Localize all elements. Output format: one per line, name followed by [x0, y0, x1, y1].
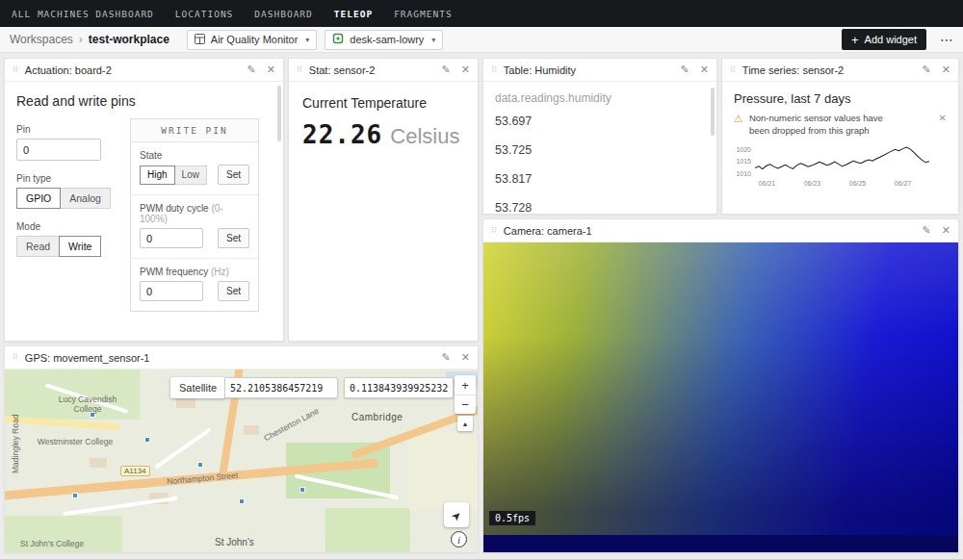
add-widget-label: Add widget — [865, 34, 917, 45]
satellite-toggle-button[interactable]: Satellite — [170, 377, 225, 398]
zoom-in-button[interactable]: + — [455, 375, 476, 395]
stat-value: 22.26 — [302, 120, 382, 149]
x-tick: 06/25 — [849, 180, 867, 187]
more-options-button[interactable]: ⋯ — [940, 32, 953, 47]
map-label: Northampton Street — [167, 471, 239, 486]
scrollbar[interactable] — [711, 88, 715, 136]
edit-widget-button[interactable]: ✎ — [442, 64, 451, 75]
pwm-duty-input[interactable] — [140, 228, 203, 248]
map-label: Madingley Road — [11, 415, 20, 473]
map-label: St John's — [215, 537, 254, 547]
edit-widget-button[interactable]: ✎ — [923, 64, 931, 75]
map-label: Chesterton Lane — [262, 406, 320, 443]
close-widget-button[interactable]: ✕ — [461, 352, 470, 363]
dismiss-warning-button[interactable]: ✕ — [939, 113, 947, 123]
nav-fragments[interactable]: FRAGMENTS — [394, 9, 452, 19]
y-tick: 1015 — [736, 158, 751, 165]
drag-handle-icon[interactable]: ⠿ — [491, 65, 497, 74]
stat-heading: Current Temperature — [302, 95, 464, 111]
map-label: Cambridge — [351, 412, 403, 422]
close-widget-button[interactable]: ✕ — [942, 225, 950, 236]
map-canvas[interactable]: Madingley Road Lucy Cavendish College We… — [5, 369, 478, 552]
map-marker — [72, 493, 78, 498]
widget-title: Stat: sensor-2 — [309, 64, 375, 76]
breadcrumb-workspaces[interactable]: Workspaces — [10, 33, 73, 46]
pwm-duty-label: PWM duty cycle (0-100%) — [140, 203, 249, 224]
state-low-button[interactable]: Low — [174, 165, 207, 185]
widget-title: Camera: camera-1 — [504, 225, 592, 237]
map-building — [90, 458, 107, 468]
nav-teleop[interactable]: TELEOP — [334, 9, 373, 19]
drag-handle-icon[interactable]: ⠿ — [730, 65, 736, 74]
map-label: St John's College — [20, 539, 84, 548]
chart-plot-area: 06/21 06/23 06/25 06/27 — [755, 142, 929, 189]
write-pin-header: WRITE PIN — [131, 119, 258, 142]
table-row: 53.728 — [495, 193, 705, 215]
nav-dashboard[interactable]: DASHBOARD — [254, 9, 312, 19]
add-widget-button[interactable]: + Add widget — [842, 29, 926, 50]
table-body: data.readings.humidity 53.697 53.725 53.… — [483, 82, 716, 215]
stat-widget: ⠿ Stat: sensor-2 ✎ ✕ Current Temperature… — [288, 58, 479, 342]
pin-type-analog-button[interactable]: Analog — [60, 188, 111, 209]
x-tick: 06/21 — [759, 180, 776, 187]
chart-title: Pressure, last 7 days — [734, 91, 947, 106]
close-widget-button[interactable]: ✕ — [700, 64, 709, 75]
edit-widget-button[interactable]: ✎ — [442, 352, 451, 363]
camera-stream-band — [483, 535, 958, 552]
breadcrumb-separator-icon: › — [79, 33, 83, 46]
pwm-frequency-set-button[interactable]: Set — [218, 281, 249, 301]
info-button[interactable]: i — [451, 531, 467, 547]
compass-button[interactable]: ▲ — [457, 416, 473, 431]
pwm-duty-set-button[interactable]: Set — [218, 228, 249, 248]
mode-read-button[interactable]: Read — [16, 236, 60, 257]
widget-title: Table: Humidity — [504, 64, 576, 76]
timeseries-widget: ⠿ Time series: sensor-2 ✎ ✕ Pressure, la… — [721, 58, 959, 215]
widget-header: ⠿ Table: Humidity ✎ ✕ — [483, 59, 716, 82]
drag-handle-icon[interactable]: ⠿ — [13, 65, 18, 74]
close-widget-button[interactable]: ✕ — [942, 64, 950, 75]
drag-handle-icon[interactable]: ⠿ — [491, 226, 497, 235]
edit-widget-button[interactable]: ✎ — [247, 64, 256, 75]
close-widget-button[interactable]: ✕ — [267, 64, 275, 75]
nav-all-machines-dashboard[interactable]: ALL MACHINES DASHBOARD — [12, 9, 154, 19]
widget-title: GPS: movement_sensor-1 — [25, 352, 150, 364]
pwm-frequency-input[interactable] — [140, 281, 203, 301]
drag-handle-icon[interactable]: ⠿ — [297, 65, 302, 74]
zoom-controls: + − — [455, 375, 476, 414]
mode-toggle: Read Write — [16, 236, 101, 257]
workspace-select[interactable]: Air Quality Monitor ▾ — [187, 30, 318, 50]
mode-write-button[interactable]: Write — [59, 236, 101, 257]
pin-type-gpio-button[interactable]: GPIO — [16, 188, 61, 209]
locate-button[interactable]: ➤ — [444, 502, 469, 527]
locate-icon: ➤ — [448, 507, 464, 523]
close-widget-button[interactable]: ✕ — [461, 64, 470, 75]
longitude-input[interactable] — [344, 377, 454, 398]
state-toggle: High Low — [140, 165, 207, 185]
scrollbar[interactable] — [277, 86, 281, 141]
warning-banner: ⚠ Non-numeric sensor values have been dr… — [734, 113, 947, 138]
y-tick: 1010 — [736, 170, 751, 177]
pwm-frequency-section: PWM frequency (Hz) Set — [131, 258, 258, 311]
map-area — [409, 433, 478, 510]
map-label: Westminster College — [32, 437, 118, 446]
dashboard-icon — [195, 34, 205, 46]
latitude-input[interactable] — [224, 377, 338, 398]
map-label: A1134 — [120, 466, 150, 476]
toolbar-actions: + Add widget ⋯ — [842, 29, 953, 50]
zoom-out-button[interactable]: − — [455, 395, 476, 414]
edit-widget-button[interactable]: ✎ — [923, 225, 931, 236]
map-road — [63, 496, 177, 517]
pin-input[interactable] — [16, 139, 101, 161]
machine-select[interactable]: desk-sam-lowry ▾ — [325, 30, 443, 50]
drag-handle-icon[interactable]: ⠿ — [13, 353, 18, 362]
x-tick: 06/23 — [804, 180, 821, 187]
widget-title: Time series: sensor-2 — [742, 64, 844, 76]
state-set-button[interactable]: Set — [218, 165, 249, 185]
dashboard-grid: ⠿ Actuation: board-2 ✎ ✕ Read and write … — [0, 53, 963, 559]
edit-widget-button[interactable]: ✎ — [681, 64, 690, 75]
widget-title: Actuation: board-2 — [25, 64, 112, 76]
widget-header: ⠿ Actuation: board-2 ✎ ✕ — [5, 59, 283, 82]
nav-locations[interactable]: LOCATIONS — [175, 9, 233, 19]
state-high-button[interactable]: High — [140, 165, 175, 185]
camera-stream — [483, 242, 958, 535]
